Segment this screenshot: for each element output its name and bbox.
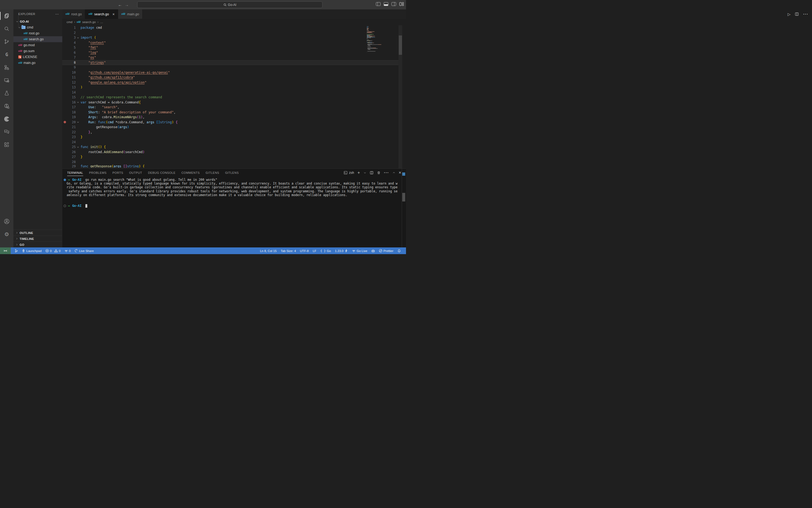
code-line-11[interactable]: 11 "github.com/spf13/cobra" bbox=[62, 75, 402, 80]
status-problems[interactable]: 00 bbox=[45, 249, 61, 253]
code-line-23[interactable]: 23} bbox=[62, 135, 402, 140]
code-line-29[interactable]: 29func getResponse(args []string) { bbox=[62, 164, 402, 168]
breakpoint-indicator[interactable] bbox=[62, 121, 67, 123]
split-terminal-icon[interactable] bbox=[370, 171, 373, 175]
code-line-19[interactable]: 19 Args: cobra.MinimumNArgs(1), bbox=[62, 115, 402, 120]
activity-item-gopher[interactable] bbox=[0, 113, 13, 125]
remote-indicator[interactable]: >< bbox=[0, 247, 11, 254]
status-prettier[interactable]: Prettier bbox=[379, 249, 393, 253]
terminal-scrollbar[interactable] bbox=[402, 193, 405, 202]
fold-chevron-icon[interactable] bbox=[76, 146, 81, 148]
toggle-secondary-sidebar-icon[interactable] bbox=[392, 2, 396, 6]
code-line-21[interactable]: 21 getResponse(args) bbox=[62, 125, 402, 130]
code-line-22[interactable]: 22 }, bbox=[62, 130, 402, 135]
panel-tab-gitlens[interactable]: GITLENS bbox=[225, 169, 239, 177]
status-encoding[interactable]: UTF-8 bbox=[300, 249, 309, 253]
breadcrumb-item[interactable]: cmd bbox=[66, 20, 73, 24]
activity-item-testing[interactable] bbox=[0, 87, 13, 100]
code-line-10[interactable]: 10 "github.com/google/generative-ai-go/g… bbox=[62, 70, 402, 75]
toggle-sidebar-icon[interactable] bbox=[376, 2, 380, 6]
editor-scrollbar[interactable] bbox=[399, 25, 402, 168]
panel-tab-gitlens[interactable]: GITLENS bbox=[206, 169, 219, 177]
tab-main-go[interactable]: ≡GOmain.go bbox=[118, 9, 143, 19]
explorer-more-icon[interactable]: ⋯ bbox=[55, 12, 59, 16]
code-line-27[interactable]: 27} bbox=[62, 155, 402, 160]
code-editor[interactable]: 1package cmd23import (4 "context"5 "fmt"… bbox=[62, 25, 402, 168]
breadcrumb-item[interactable]: … bbox=[100, 20, 103, 24]
code-line-13[interactable]: 13) bbox=[62, 85, 402, 90]
chevron-up-icon[interactable] bbox=[393, 171, 395, 174]
tree-item-root-go[interactable]: ≡GOroot.go bbox=[13, 30, 62, 36]
status-go-live[interactable]: Go Live bbox=[352, 249, 367, 253]
code-line-28[interactable]: 28 bbox=[62, 160, 402, 165]
code-line-4[interactable]: 4 "context" bbox=[62, 40, 402, 45]
command-center-search[interactable]: Go-AI bbox=[137, 1, 322, 8]
tree-item-LICENSE[interactable]: LICENSE bbox=[13, 54, 62, 60]
breadcrumb-item[interactable]: search.go bbox=[82, 20, 96, 24]
chevron-down-icon[interactable] bbox=[364, 171, 366, 174]
code-line-25[interactable]: 25func init() { bbox=[62, 144, 402, 150]
breadcrumb[interactable]: cmd›≡GOsearch.go›… bbox=[62, 19, 402, 25]
more-actions-icon[interactable]: ··· bbox=[384, 170, 389, 175]
activity-item-comments[interactable] bbox=[0, 125, 13, 138]
activity-item-settings[interactable]: ⚙ bbox=[0, 228, 13, 241]
back-icon[interactable]: ← bbox=[117, 2, 123, 7]
code-line-26[interactable]: 26 rootCmd.AddCommand(searchCmd) bbox=[62, 150, 402, 155]
panel-tab-problems[interactable]: PROBLEMS bbox=[89, 169, 106, 177]
forward-icon[interactable]: → bbox=[124, 2, 129, 7]
status-language[interactable]: { }Go bbox=[320, 249, 331, 253]
customize-layout-icon[interactable] bbox=[399, 2, 404, 6]
code-line-1[interactable]: 1package cmd bbox=[62, 25, 402, 30]
activity-item-explorer[interactable] bbox=[0, 9, 13, 22]
status-notifications[interactable] bbox=[397, 249, 401, 253]
code-line-3[interactable]: 3import ( bbox=[62, 35, 402, 40]
activity-item-account[interactable] bbox=[0, 215, 13, 228]
activity-item-source-control[interactable] bbox=[0, 35, 13, 48]
status-indentation[interactable]: Tab Size: 4 bbox=[281, 249, 296, 253]
tree-item-go-mod[interactable]: ≡GOgo.mod bbox=[13, 42, 62, 48]
code-line-15[interactable]: 15// searchCmd represents the search com… bbox=[62, 95, 402, 100]
code-line-12[interactable]: 12 "google.golang.org/api/option" bbox=[62, 80, 402, 85]
toggle-panel-icon[interactable] bbox=[384, 2, 388, 6]
status-eol[interactable]: LF bbox=[313, 249, 316, 253]
fold-chevron-icon[interactable] bbox=[76, 101, 81, 103]
sidebar-section-go[interactable]: GO bbox=[13, 242, 62, 247]
tree-item-main-go[interactable]: ≡GOmain.go bbox=[13, 60, 62, 66]
terminal-prompt-row[interactable]: →Go-AI bbox=[62, 204, 401, 208]
status-cursor-position[interactable]: Ln 8, Col 15 bbox=[260, 249, 277, 253]
panel-tab-debug-console[interactable]: DEBUG CONSOLE bbox=[148, 169, 175, 177]
activity-item-symbols[interactable] bbox=[0, 61, 13, 74]
code-line-14[interactable]: 14 bbox=[62, 90, 402, 95]
status-live-share[interactable]: Live Share bbox=[74, 249, 94, 253]
activity-item-go[interactable]: G bbox=[0, 48, 13, 61]
fold-chevron-icon[interactable] bbox=[76, 37, 81, 39]
close-icon[interactable]: × bbox=[112, 12, 115, 16]
terminal-shell-selector[interactable]: zsh bbox=[344, 171, 354, 175]
minimap[interactable] bbox=[366, 26, 391, 53]
code-line-2[interactable]: 2 bbox=[62, 30, 402, 36]
code-line-5[interactable]: 5 "fmt" bbox=[62, 45, 402, 50]
code-line-9[interactable]: 9 bbox=[62, 65, 402, 70]
tree-item-cmd[interactable]: cmd bbox=[13, 25, 62, 30]
status-ports[interactable]: 0 bbox=[64, 249, 71, 253]
status-copilot[interactable] bbox=[371, 249, 375, 253]
code-line-8[interactable]: 8 "strings" bbox=[62, 60, 402, 65]
code-line-18[interactable]: 18 Short: "A brief description of your c… bbox=[62, 110, 402, 115]
terminal-output[interactable]: →Go-AIgo run main.go search "What is goo… bbox=[62, 178, 401, 208]
status-commit-graph[interactable] bbox=[14, 249, 18, 253]
panel-tab-output[interactable]: OUTPUT bbox=[129, 169, 142, 177]
panel-tab-ports[interactable]: PORTS bbox=[112, 169, 123, 177]
code-line-17[interactable]: 17 Use: "search", bbox=[62, 105, 402, 110]
code-line-7[interactable]: 7 "os" bbox=[62, 55, 402, 60]
trash-icon[interactable] bbox=[377, 171, 380, 175]
status-launchpad[interactable]: Launchpad bbox=[22, 249, 42, 253]
code-line-6[interactable]: 6 "log" bbox=[62, 50, 402, 55]
close-panel-icon[interactable]: × bbox=[399, 170, 401, 175]
activity-item-remote-explorer[interactable] bbox=[0, 74, 13, 87]
panel-tab-terminal[interactable]: TERMINAL bbox=[67, 169, 83, 177]
sidebar-section-outline[interactable]: OUTLINE bbox=[13, 230, 62, 236]
fold-chevron-icon[interactable] bbox=[76, 121, 81, 123]
code-line-24[interactable]: 24 bbox=[62, 140, 402, 145]
tree-item-go-sum[interactable]: ≡GOgo.sum bbox=[13, 48, 62, 54]
tree-item-search-go[interactable]: ≡GOsearch.go bbox=[13, 36, 62, 42]
